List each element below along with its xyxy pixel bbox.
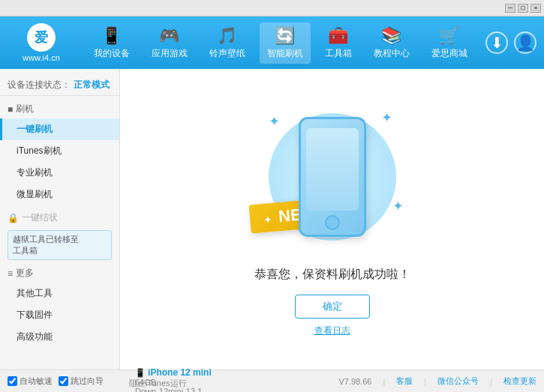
phone-screen (306, 128, 359, 211)
nav-smart-flash[interactable]: 🔄 智能刷机 (260, 22, 311, 64)
sidebar-item-download-firmware[interactable]: 下载固件 (0, 304, 119, 326)
my-device-icon: 📱 (101, 26, 122, 46)
sparkle-3: ✦ (392, 198, 404, 214)
sidebar-item-one-click-flash[interactable]: 一键刷机 (0, 118, 119, 140)
auto-save-input[interactable] (8, 376, 17, 386)
more-section-title: ≡ 更多 (0, 264, 119, 283)
sidebar: 设备连接状态： 正常模式 ■ 刷机 一键刷机 iTunes刷机 专业刷机 微显刷… (0, 69, 120, 370)
restore-section-label: 一键结状 (22, 211, 58, 224)
close-button[interactable]: × (530, 4, 541, 13)
sidebar-item-other-tools[interactable]: 其他工具 (0, 283, 119, 304)
logo: 爱 www.i4.cn (8, 23, 75, 62)
flash-icon: 🔄 (275, 26, 295, 46)
main-area: 设备连接状态： 正常模式 ■ 刷机 一键刷机 iTunes刷机 专业刷机 微显刷… (0, 69, 544, 370)
logo-icon: 爱 (27, 23, 56, 52)
device-status: 设备连接状态： 正常模式 (0, 75, 119, 96)
jailbreak-note: 越狱工具已转移至工具箱 (8, 230, 112, 260)
restore-section-title: 🔒 一键结状 (0, 208, 119, 227)
user-button[interactable]: 👤 (514, 31, 536, 54)
flash-section-icon: ■ (8, 104, 13, 115)
nav-items: 📱 我的设备 🎮 应用游戏 🎵 铃声壁纸 🔄 智能刷机 🧰 工具箱 📚 教程中心… (83, 22, 478, 64)
nav-tutorial[interactable]: 📚 教程中心 (366, 22, 417, 64)
sidebar-item-itunes-flash[interactable]: iTunes刷机 (0, 140, 119, 162)
update-link[interactable]: 检查更新 (503, 376, 536, 387)
auto-save-label: 自动敏速 (20, 376, 53, 387)
advanced-label: 高级功能 (17, 331, 53, 342)
top-nav: 爱 www.i4.cn 📱 我的设备 🎮 应用游戏 🎵 铃声壁纸 🔄 智能刷机 … (0, 16, 544, 69)
other-tools-label: 其他工具 (17, 288, 53, 298)
confirm-button[interactable]: 确定 (295, 295, 370, 319)
sparkle-2: ✦ (381, 109, 392, 126)
lock-icon: 🔒 (8, 213, 19, 223)
one-click-flash-label: 一键刷机 (17, 124, 53, 134)
sidebar-item-pro-flash[interactable]: 专业刷机 (0, 162, 119, 184)
nav-my-device[interactable]: 📱 我的设备 (86, 22, 137, 64)
nav-apps-games[interactable]: 🎮 应用游戏 (144, 22, 195, 64)
nav-shop-label: 爱思商城 (431, 47, 467, 60)
dfu-flash-label: 微显刷机 (17, 189, 53, 199)
jailbreak-note-text: 越狱工具已转移至工具箱 (13, 235, 79, 255)
skip-wizard-input[interactable] (59, 376, 68, 386)
sidebar-item-dfu-flash[interactable]: 微显刷机 (0, 184, 119, 205)
nav-flash-label: 智能刷机 (267, 47, 303, 60)
auto-save-checkbox[interactable]: 自动敏速 (8, 376, 53, 387)
content-area: ✦ ✦ ✦ NEW 恭喜您，保资料刷机成功啦！ 确定 查看日志 (120, 69, 544, 370)
ringtone-icon: 🎵 (217, 26, 237, 46)
bottom-left: 自动敏速 跳过向导 (8, 376, 128, 387)
nav-apps-label: 应用游戏 (152, 47, 188, 60)
phone-illustration (299, 117, 366, 237)
flash-section-label: 刷机 (16, 103, 34, 115)
nav-ringtones[interactable]: 🎵 铃声壁纸 (202, 22, 253, 64)
wechat-link[interactable]: 微信公众号 (437, 376, 479, 387)
nav-ringtones-label: 铃声壁纸 (209, 47, 245, 60)
device-icon: 📱 (135, 368, 148, 377)
itunes-flash-label: iTunes刷机 (17, 145, 62, 156)
divider-3: | (490, 377, 492, 386)
flash-section-title: ■ 刷机 (0, 100, 119, 118)
review-log-link[interactable]: 查看日志 (314, 325, 350, 337)
phone-home-button (325, 215, 340, 230)
nav-tutorial-label: 教程中心 (374, 47, 410, 60)
device-name: iPhone 12 mini (148, 367, 212, 378)
maximize-button[interactable]: □ (518, 4, 528, 13)
title-bar: ─ □ × (0, 0, 544, 16)
nav-shop[interactable]: 🛒 爱思商城 (424, 22, 475, 64)
support-link[interactable]: 客服 (396, 376, 413, 387)
success-illustration: ✦ ✦ ✦ NEW (257, 102, 407, 252)
version-label: V7.98.66 (338, 377, 371, 386)
divider-1: | (383, 377, 385, 386)
more-section-label: 更多 (16, 267, 34, 280)
skip-wizard-checkbox[interactable]: 跳过向导 (59, 376, 104, 387)
skip-wizard-label: 跳过向导 (71, 376, 104, 387)
sparkle-1: ✦ (269, 113, 280, 130)
download-button[interactable]: ⬇ (485, 31, 508, 54)
success-message: 恭喜您，保资料刷机成功啦！ (254, 267, 410, 283)
nav-toolbox-label: 工具箱 (325, 47, 352, 60)
logo-text: www.i4.cn (23, 53, 60, 62)
shop-icon: 🛒 (439, 26, 459, 46)
itunes-status-text: 阻止iTunes运行 (129, 379, 187, 388)
pro-flash-label: 专业刷机 (17, 167, 53, 178)
itunes-status: 阻止iTunes运行 (129, 378, 187, 389)
minimize-button[interactable]: ─ (505, 4, 515, 13)
status-value: 正常模式 (74, 79, 110, 91)
bottom-bar: 自动敏速 跳过向导 📱 iPhone 12 mini 64GB Down-12m… (0, 370, 544, 392)
status-label: 设备连接状态： (8, 79, 71, 91)
window-controls[interactable]: ─ □ × (505, 4, 541, 13)
more-icon: ≡ (8, 268, 13, 279)
bottom-right: V7.98.66 | 客服 | 微信公众号 | 检查更新 (255, 376, 536, 387)
toolbox-icon: 🧰 (328, 26, 348, 46)
nav-right: ⬇ 👤 (485, 31, 536, 54)
phone-body (299, 117, 366, 237)
nav-my-device-label: 我的设备 (94, 47, 130, 60)
download-firmware-label: 下载固件 (17, 310, 53, 320)
apps-icon: 🎮 (159, 26, 179, 46)
sidebar-item-advanced[interactable]: 高级功能 (0, 326, 119, 348)
divider-2: | (424, 377, 426, 386)
nav-toolbox[interactable]: 🧰 工具箱 (317, 22, 359, 64)
tutorial-icon: 📚 (381, 26, 401, 46)
